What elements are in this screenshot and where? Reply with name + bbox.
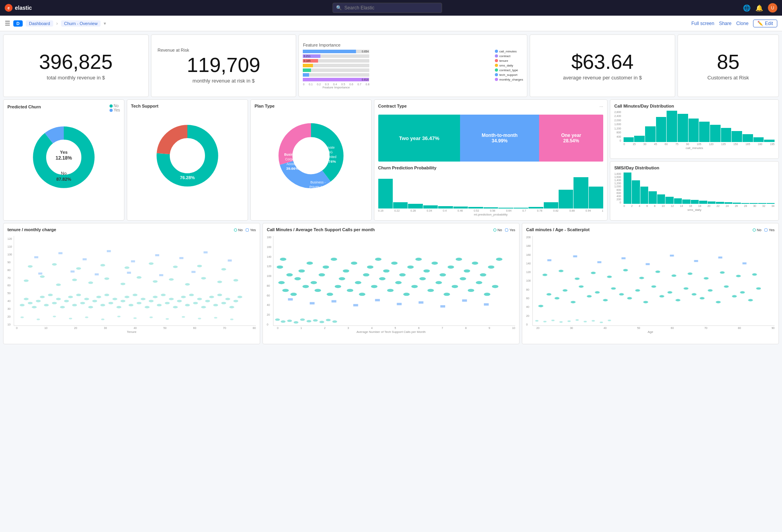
svg-point-67 — [185, 304, 190, 306]
svg-point-143 — [310, 281, 316, 284]
svg-point-54 — [133, 294, 137, 296]
svg-point-212 — [554, 297, 559, 299]
svg-rect-110 — [179, 257, 183, 259]
plan-type-card: Plan Type Business - Corporate Account 3… — [250, 99, 372, 221]
svg-rect-113 — [38, 273, 42, 275]
svg-point-246 — [671, 275, 676, 277]
user-avatar[interactable]: U — [768, 3, 777, 13]
svg-point-148 — [331, 258, 337, 261]
svg-point-82 — [40, 275, 45, 278]
svg-point-31 — [40, 296, 45, 298]
svg-point-79 — [233, 300, 238, 302]
churn-prob-labels — [378, 173, 604, 176]
age-x-label: Age — [526, 330, 775, 334]
svg-point-96 — [52, 263, 57, 266]
breadcrumb-dropdown-icon[interactable]: ▾ — [104, 21, 106, 26]
svg-text:76.28%: 76.28% — [180, 175, 195, 180]
sms-day-x-label: sms_daily — [614, 208, 775, 212]
share-button[interactable]: Share — [719, 21, 732, 26]
svg-point-205 — [306, 320, 311, 322]
sms-day-card: SMS//Day Distribution 1,8001,6001,4001,2… — [610, 161, 779, 221]
breadcrumb-dashboard[interactable]: Dashboard — [26, 20, 53, 27]
svg-point-221 — [627, 297, 632, 299]
contract-type-title: Contract Type — [378, 104, 407, 108]
svg-point-142 — [306, 262, 313, 265]
svg-point-87 — [120, 283, 125, 285]
plan-type-donut: Business - Corporate Account 39.66% Priv… — [255, 111, 367, 201]
svg-point-53 — [128, 304, 133, 306]
svg-point-63 — [169, 298, 173, 300]
predicted-churn-card: Predicted Churn No Yes Yes 12.18% No 87.… — [3, 99, 124, 221]
svg-point-179 — [455, 258, 462, 261]
svg-point-86 — [104, 277, 109, 280]
tech-support-title: Tech Support — [131, 104, 244, 108]
bell-icon[interactable]: 🔔 — [755, 4, 763, 12]
revenue-at-risk-number: 119,709 — [187, 54, 261, 76]
svg-point-95 — [28, 265, 32, 268]
svg-point-160 — [379, 277, 385, 280]
svg-point-131 — [214, 317, 217, 318]
svg-text:12.18%: 12.18% — [56, 155, 72, 161]
revenue-at-risk-card: Revenue at Risk 119,709 monthly revenue … — [151, 34, 297, 97]
svg-point-170 — [419, 277, 426, 280]
svg-point-55 — [137, 302, 141, 304]
svg-point-222 — [635, 289, 640, 291]
svg-point-156 — [363, 273, 369, 277]
feature-importance-chart: 0.654 0.211 — [303, 50, 491, 89]
svg-point-171 — [423, 270, 430, 273]
svg-text:Private: Private — [324, 146, 334, 149]
svg-point-206 — [313, 319, 318, 322]
svg-point-231 — [708, 289, 712, 291]
svg-point-146 — [322, 266, 329, 269]
callmin-scatter-card: Call Minutes / Average Tech Support Call… — [262, 223, 520, 344]
svg-point-200 — [275, 318, 280, 321]
breadcrumb-page[interactable]: Churn - Overview — [61, 20, 101, 27]
churn-prob-x-label: ml.prediction_probability — [378, 213, 604, 216]
feature-importance-card: Feature Importance 0.654 — [298, 34, 527, 97]
svg-point-238 — [542, 274, 547, 276]
svg-point-38 — [68, 296, 73, 298]
svg-point-234 — [732, 295, 737, 297]
svg-point-149 — [334, 285, 341, 288]
hamburger-icon[interactable]: ☰ — [5, 20, 10, 27]
svg-point-102 — [197, 265, 202, 267]
svg-point-99 — [124, 266, 129, 269]
avg-revenue-number: $63.64 — [572, 51, 634, 73]
churn-prob-title: Churn Prediction Probability — [378, 165, 604, 170]
tenure-scatter-legend: No Yes — [234, 228, 256, 232]
svg-rect-199 — [484, 303, 489, 306]
svg-rect-191 — [309, 302, 314, 304]
churn-prob-x-axis: 0.160.220.280.340.40.460.520.580.640.70.… — [378, 209, 604, 212]
svg-point-133 — [278, 281, 284, 284]
monthly-label: Month-to-month — [482, 133, 518, 138]
contract-menu-icon[interactable]: ··· — [599, 104, 603, 111]
svg-point-73 — [209, 296, 214, 298]
svg-rect-255 — [621, 257, 625, 259]
svg-point-119 — [20, 316, 23, 318]
svg-point-72 — [205, 300, 210, 302]
svg-point-153 — [351, 262, 357, 265]
globe-icon[interactable]: 🌐 — [743, 4, 751, 12]
svg-rect-193 — [353, 304, 358, 306]
svg-point-261 — [535, 320, 538, 322]
clone-button[interactable]: Clone — [736, 21, 748, 26]
svg-point-71 — [201, 306, 206, 308]
sms-day-histogram — [624, 173, 775, 204]
svg-point-40 — [76, 294, 81, 296]
breadcrumb-home[interactable]: D — [13, 20, 23, 27]
svg-point-225 — [659, 295, 664, 297]
svg-point-240 — [575, 278, 579, 280]
svg-point-223 — [643, 301, 648, 303]
feature-importance-legend: call_minutes contract tenure sms_daily c… — [495, 50, 523, 89]
edit-button[interactable]: ✏️ Edit — [753, 20, 777, 27]
search-bar[interactable]: 🔍 Search Elastic — [333, 3, 442, 13]
svg-point-268 — [591, 320, 595, 322]
svg-rect-256 — [645, 263, 649, 265]
svg-rect-106 — [83, 258, 86, 260]
svg-point-264 — [559, 321, 563, 323]
svg-rect-107 — [107, 250, 111, 252]
svg-point-128 — [165, 318, 169, 320]
svg-point-59 — [153, 296, 157, 298]
customers-at-risk-label: Customers at Risk — [707, 75, 749, 81]
fullscreen-button[interactable]: Full screen — [691, 21, 714, 26]
